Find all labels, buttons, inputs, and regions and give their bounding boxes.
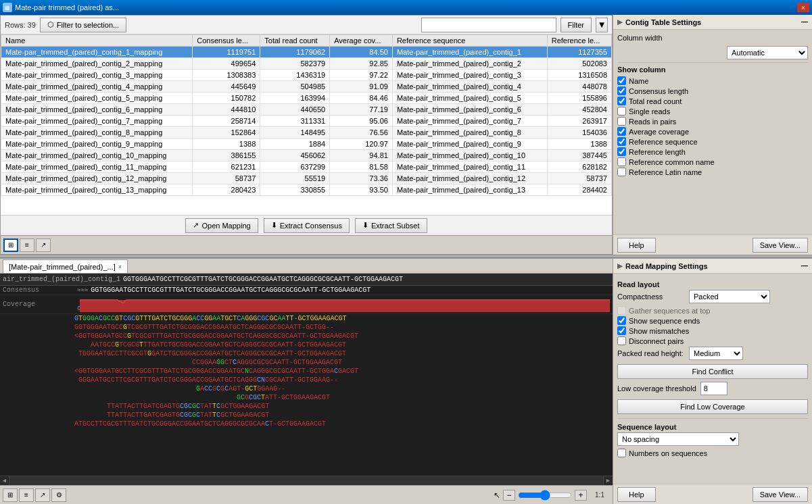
zoom-slider[interactable] — [518, 493, 572, 498]
rm-settings-resize-icon[interactable]: — — [801, 262, 808, 270]
checkbox-consensus_length[interactable] — [617, 86, 626, 95]
checkbox-reference_sequence[interactable] — [617, 137, 626, 146]
table-row[interactable]: Mate-pair_trimmed_(paired)_contig_9_mapp… — [1, 138, 612, 150]
cell-name: Mate-pair_trimmed_(paired)_contig_5_mapp… — [1, 93, 193, 104]
numbers-on-sequences-checkbox[interactable] — [617, 449, 626, 457]
rm-settings-collapse-icon[interactable]: ▶ — [617, 262, 623, 270]
table-row[interactable]: Mate-pair_trimmed_(paired)_contig_11_map… — [1, 161, 612, 173]
column-width-select[interactable]: Automatic Fixed — [727, 46, 808, 59]
cell-consensus: 1308383 — [193, 70, 260, 81]
extract-consensus-button[interactable]: ⬇ Extract Consensus — [264, 218, 350, 233]
cell-name: Mate-pair_trimmed_(paired)_contig_1_mapp… — [1, 47, 193, 58]
contig-data-table-container[interactable]: Name Consensus le... Total read count Av… — [1, 34, 612, 215]
checkbox-reference_common_name[interactable] — [617, 157, 626, 166]
disconnect-pairs-label: Disconnect pairs — [629, 337, 684, 345]
zoom-minus-button[interactable]: − — [503, 490, 515, 501]
h-scroll-left-btn[interactable]: ◀ — [0, 476, 9, 485]
checkbox-reference_latin_name[interactable] — [617, 168, 626, 176]
col-header-name[interactable]: Name — [1, 35, 193, 47]
filter-icon: ⬡ — [47, 20, 54, 29]
cell-total-reads: 311331 — [260, 116, 330, 127]
checkbox-reference_length[interactable] — [617, 147, 626, 156]
table-row[interactable]: Mate-pair_trimmed_(paired)_contig_5_mapp… — [1, 93, 612, 104]
cell-total-reads: 637299 — [260, 161, 330, 173]
show-seq-ends-checkbox[interactable] — [617, 316, 626, 325]
rm-list-icon[interactable]: ≡ — [19, 488, 34, 502]
rm-help-button[interactable]: Help — [617, 487, 656, 502]
rm-settings-icon[interactable]: ⚙ — [51, 488, 66, 502]
column-width-select-row: Automatic Fixed — [617, 46, 808, 59]
extract-consensus-icon: ⬇ — [271, 221, 277, 230]
packed-read-height-select[interactable]: Small Medium Large — [689, 347, 743, 360]
rm-settings-header: ▶ Read Mapping Settings — — [613, 259, 812, 274]
settings-divider-1 — [617, 62, 808, 63]
col-header-ref-seq[interactable]: Reference sequence — [392, 35, 547, 47]
read-mapping-tab[interactable]: [Mate-pair_trimmed_(paired)_...] × — [3, 259, 128, 273]
settings-collapse-icon[interactable]: ▶ — [617, 18, 623, 26]
title-bar-left: ▦ Mate-pair trimmed (paired) as... — [3, 3, 119, 12]
zoom-plus-button[interactable]: + — [575, 490, 587, 501]
col-header-avg-cov[interactable]: Average cov... — [330, 35, 393, 47]
checkbox-row-total_read_count: Total read count — [617, 97, 808, 105]
disconnect-pairs-checkbox[interactable] — [617, 336, 626, 345]
tab-close-button[interactable]: × — [118, 263, 122, 270]
table-row[interactable]: Mate-pair_trimmed_(paired)_contig_6_mapp… — [1, 104, 612, 116]
table-row[interactable]: Mate-pair_trimmed_(paired)_contig_4_mapp… — [1, 81, 612, 93]
cell-total-reads: 504985 — [260, 81, 330, 93]
col-header-ref-len[interactable]: Reference le... — [547, 35, 611, 47]
table-row[interactable]: Mate-pair_trimmed_(paired)_contig_2_mapp… — [1, 58, 612, 70]
table-view-icon[interactable]: ⊞ — [3, 238, 18, 252]
col-header-total-reads[interactable]: Total read count — [260, 35, 330, 47]
col-header-consensus[interactable]: Consensus le... — [193, 35, 260, 47]
rm-export-icon[interactable]: ↗ — [35, 488, 50, 502]
rm-grid-icon[interactable]: ⊞ — [3, 488, 18, 502]
table-row[interactable]: Mate-pair_trimmed_(paired)_contig_1_mapp… — [1, 47, 612, 58]
low-coverage-threshold-input[interactable]: 8 — [700, 382, 727, 395]
checkbox-average_coverage[interactable] — [617, 127, 626, 136]
checkbox-label-reference_common_name: Reference common name — [629, 158, 715, 166]
checkbox-name[interactable] — [617, 76, 626, 85]
cell-ref-seq: Mate-pair_trimmed_(paired)_contig_10 — [392, 150, 547, 161]
list-view-icon[interactable]: ≡ — [20, 238, 34, 252]
filter-to-selection-button[interactable]: ⬡ Filter to selection... — [40, 18, 126, 32]
table-row[interactable]: Mate-pair_trimmed_(paired)_contig_7_mapp… — [1, 116, 612, 127]
extract-subset-button[interactable]: ⬇ Extract Subset — [355, 218, 427, 233]
checkbox-single_reads[interactable] — [617, 107, 626, 116]
table-row[interactable]: Mate-pair_trimmed_(paired)_contig_8_mapp… — [1, 127, 612, 138]
gather-sequences-checkbox[interactable] — [617, 306, 626, 315]
contig-help-button[interactable]: Help — [617, 238, 656, 253]
export-icon[interactable]: ↗ — [36, 238, 51, 252]
cell-total-reads: 1884 — [260, 138, 330, 150]
checkbox-label-reference_length: Reference length — [629, 148, 686, 156]
window-close-button[interactable]: × — [797, 3, 809, 12]
h-scroll-right-btn[interactable]: ▶ — [603, 476, 613, 485]
rm-status-icons: ⊞ ≡ ↗ ⚙ — [3, 488, 66, 502]
checkbox-reads_in_pairs[interactable] — [617, 117, 626, 126]
cell-total-reads: 163994 — [260, 93, 330, 104]
filter-apply-button[interactable]: Filter — [560, 18, 592, 32]
h-scroll-track[interactable] — [9, 476, 603, 485]
cell-consensus: 280423 — [193, 184, 260, 196]
settings-resize-icon[interactable]: — — [801, 18, 808, 26]
find-low-coverage-button[interactable]: Find Low Coverage — [617, 399, 808, 414]
spacing-select[interactable]: No spacing Spacing Wide spacing — [617, 432, 739, 446]
checkbox-total_read_count[interactable] — [617, 97, 626, 105]
compactness-select[interactable]: Packed Standard Expanded — [689, 290, 770, 303]
contig-save-view-button[interactable]: Save View... — [753, 238, 808, 253]
cell-name: Mate-pair_trimmed_(paired)_contig_6_mapp… — [1, 104, 193, 116]
filter-search-input[interactable] — [421, 18, 556, 32]
show-mismatches-checkbox[interactable] — [617, 326, 626, 335]
cell-avg-cov: 92.85 — [330, 58, 393, 70]
zoom-bar: ↖ − + 1:1 — [494, 490, 610, 501]
filter-dropdown-button[interactable]: ▼ — [596, 18, 608, 32]
table-row[interactable]: Mate-pair_trimmed_(paired)_contig_12_map… — [1, 173, 612, 184]
rm-save-view-button[interactable]: Save View... — [753, 487, 808, 502]
cell-name: Mate-pair_trimmed_(paired)_contig_10_map… — [1, 150, 193, 161]
seq-h-scrollbar[interactable]: ◀ ▶ — [0, 476, 613, 485]
table-row[interactable]: Mate-pair_trimmed_(paired)_contig_13_map… — [1, 184, 612, 196]
open-mapping-button[interactable]: ↗ Open Mapping — [185, 218, 258, 233]
table-row[interactable]: Mate-pair_trimmed_(paired)_contig_3_mapp… — [1, 70, 612, 81]
table-row[interactable]: Mate-pair_trimmed_(paired)_contig_10_map… — [1, 150, 612, 161]
find-conflict-button[interactable]: Find Conflict — [617, 364, 808, 379]
contig-settings-footer: Help Save View... — [613, 234, 812, 255]
